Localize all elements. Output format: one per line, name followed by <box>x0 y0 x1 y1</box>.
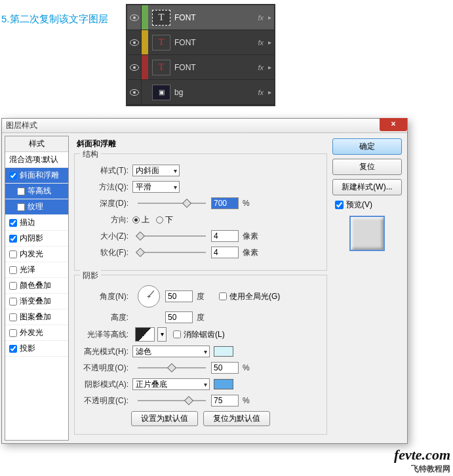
visibility-toggle[interactable] <box>127 5 142 30</box>
layer-name[interactable]: bg <box>174 88 258 97</box>
altitude-input[interactable]: 50 <box>165 311 193 323</box>
shading-group: 阴影 角度(N): + 50 度 使用全局光(G) 高度: 50 度 光泽等高线… <box>74 275 327 435</box>
visibility-toggle[interactable] <box>127 30 142 54</box>
preview-checkbox[interactable]: 预览(V) <box>335 199 402 210</box>
style-checkbox[interactable] <box>9 282 17 290</box>
shadow-opacity-input[interactable]: 75 <box>211 395 239 407</box>
layer-thumbnail[interactable]: T <box>152 60 170 75</box>
highlight-mode-dropdown[interactable]: 滤色 <box>132 346 210 357</box>
style-dropdown[interactable]: 内斜面 <box>132 165 180 176</box>
style-item-bevel[interactable]: 斜面和浮雕 <box>5 168 68 184</box>
fx-expand-icon[interactable]: ▸ <box>265 39 274 46</box>
reset-default-button[interactable]: 复位为默认值 <box>203 411 270 426</box>
style-checkbox[interactable] <box>9 298 17 306</box>
layer-row[interactable]: T FONT fx ▸ <box>127 5 274 30</box>
size-slider[interactable] <box>138 235 206 237</box>
style-item-satin[interactable]: 光泽 <box>5 262 68 278</box>
blending-options-item[interactable]: 混合选项:默认 <box>5 152 68 168</box>
structure-group: 结构 样式(T): 内斜面 方法(Q): 平滑 深度(D): 700 % 方向: <box>74 153 327 271</box>
label-highlight-mode: 高光模式(H): <box>83 346 132 357</box>
style-item-texture[interactable]: 纹理 <box>5 199 68 215</box>
visibility-toggle[interactable] <box>127 55 142 79</box>
global-light-checkbox[interactable]: 使用全局光(G) <box>219 291 280 302</box>
depth-input[interactable]: 700 <box>211 197 239 209</box>
direction-down-radio[interactable]: 下 <box>156 214 173 226</box>
layer-thumbnail[interactable]: T <box>152 10 170 26</box>
visibility-toggle[interactable] <box>127 80 142 104</box>
layer-row[interactable]: ▣ bg fx ▸ <box>127 80 274 105</box>
layer-thumbnail[interactable]: ▣ <box>152 85 170 100</box>
label-shadow-mode: 阴影模式(A): <box>83 379 132 390</box>
fx-expand-icon[interactable]: ▸ <box>265 14 274 21</box>
style-checkbox[interactable] <box>9 329 17 337</box>
style-checkbox[interactable] <box>9 235 17 243</box>
altitude-unit: 度 <box>193 312 215 323</box>
depth-unit: % <box>239 199 261 208</box>
highlight-opacity-unit: % <box>239 363 261 372</box>
style-item-inner-shadow[interactable]: 内阴影 <box>5 231 68 247</box>
layer-row[interactable]: T FONT fx ▸ <box>127 30 274 55</box>
make-default-button[interactable]: 设置为默认值 <box>131 411 198 426</box>
step-caption: 5.第二次复制该文字图层 <box>1 13 108 26</box>
fx-expand-icon[interactable]: ▸ <box>265 64 274 71</box>
label-style: 样式(T): <box>83 165 132 176</box>
group-legend: 结构 <box>80 149 101 160</box>
soften-slider[interactable] <box>138 252 206 253</box>
section-title: 斜面和浮雕 <box>77 138 327 149</box>
style-checkbox[interactable] <box>9 345 17 353</box>
angle-input[interactable]: 50 <box>165 290 193 302</box>
angle-unit: 度 <box>193 291 215 302</box>
angle-wheel[interactable]: + <box>138 285 160 307</box>
style-item-pattern-overlay[interactable]: 图案叠加 <box>5 309 68 325</box>
style-checkbox[interactable] <box>9 266 17 274</box>
style-checkbox[interactable] <box>9 172 17 180</box>
highlight-color-chip[interactable] <box>214 346 233 357</box>
fx-badge[interactable]: fx <box>258 14 264 22</box>
layer-thumbnail[interactable]: T <box>152 35 170 50</box>
shadow-color-chip[interactable] <box>214 379 233 389</box>
style-item-inner-glow[interactable]: 内发光 <box>5 247 68 262</box>
shadow-opacity-slider[interactable] <box>138 400 206 401</box>
style-checkbox[interactable] <box>17 188 25 195</box>
ok-button[interactable]: 确定 <box>332 138 402 155</box>
dialog-titlebar[interactable]: 图层样式 × <box>2 119 407 133</box>
style-checkbox[interactable] <box>9 313 17 321</box>
style-item-color-overlay[interactable]: 颜色叠加 <box>5 278 68 294</box>
size-unit: 像素 <box>239 231 261 242</box>
style-list: 样式 混合选项:默认 斜面和浮雕 等高线 纹理 描边 内阴影 内发光 光泽 颜色… <box>5 136 69 441</box>
fx-badge[interactable]: fx <box>258 64 264 71</box>
style-item-drop-shadow[interactable]: 投影 <box>5 341 68 357</box>
layer-name[interactable]: FONT <box>174 13 258 22</box>
highlight-opacity-slider[interactable] <box>138 367 206 368</box>
label-direction: 方向: <box>83 214 132 226</box>
style-checkbox[interactable] <box>9 250 17 258</box>
technique-dropdown[interactable]: 平滑 <box>132 181 180 193</box>
style-checkbox[interactable] <box>9 219 17 227</box>
style-item-outer-glow[interactable]: 外发光 <box>5 325 68 341</box>
highlight-opacity-input[interactable]: 50 <box>211 362 239 374</box>
style-item-gradient-overlay[interactable]: 渐变叠加 <box>5 294 68 309</box>
size-input[interactable]: 4 <box>211 230 239 242</box>
fx-badge[interactable]: fx <box>258 89 264 96</box>
gloss-contour-dropdown[interactable]: ▾ <box>157 327 167 342</box>
style-list-header: 样式 <box>5 136 68 152</box>
gloss-contour-picker[interactable] <box>135 327 155 342</box>
shadow-mode-dropdown[interactable]: 正片叠底 <box>132 378 210 390</box>
new-style-button[interactable]: 新建样式(W)... <box>332 179 402 195</box>
layers-panel: T FONT fx ▸ T FONT fx ▸ T FONT fx ▸ ▣ bg… <box>126 4 275 106</box>
svg-point-3 <box>133 41 136 44</box>
style-item-contour[interactable]: 等高线 <box>5 184 68 199</box>
layer-name[interactable]: FONT <box>174 38 258 47</box>
style-checkbox[interactable] <box>17 203 25 211</box>
close-button[interactable]: × <box>380 118 407 131</box>
depth-slider[interactable] <box>138 203 206 204</box>
cancel-button[interactable]: 复位 <box>332 159 402 175</box>
fx-badge[interactable]: fx <box>258 39 264 47</box>
soften-input[interactable]: 4 <box>211 247 239 258</box>
direction-up-radio[interactable]: 上 <box>132 214 149 226</box>
layer-name[interactable]: FONT <box>174 63 258 72</box>
style-item-stroke[interactable]: 描边 <box>5 215 68 231</box>
antialias-checkbox[interactable]: 消除锯齿(L) <box>173 329 225 340</box>
layer-row[interactable]: T FONT fx ▸ <box>127 55 274 80</box>
fx-expand-icon[interactable]: ▸ <box>265 89 274 96</box>
